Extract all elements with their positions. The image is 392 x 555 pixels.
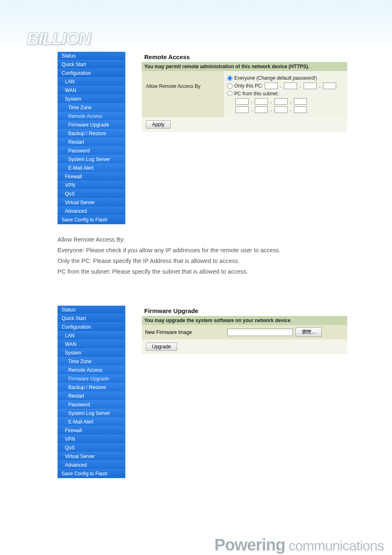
sidebar-item-firmware-upgrade[interactable]: Firmware Upgrade: [58, 121, 125, 129]
opt-everyone[interactable]: Everyone (Change default password!): [227, 75, 344, 81]
sidebar-item-restart[interactable]: Restart: [58, 138, 125, 147]
browse-button[interactable]: 瀏覽...: [295, 327, 322, 337]
page-footer-slogan: Powering communications with Security: [0, 536, 392, 555]
dot-icon: .: [299, 83, 302, 89]
footer-powering: Powering: [214, 536, 285, 554]
subnet-mask-4[interactable]: [294, 106, 307, 113]
sidebar-item-firewall[interactable]: Firewall: [58, 173, 125, 181]
desc-everyone: Everyone: Please check if you allow any …: [58, 245, 392, 256]
sidebar-item-time-zone[interactable]: Time Zone: [58, 357, 125, 366]
sidebar-item-system-log-server[interactable]: System Log Server: [58, 409, 125, 418]
subnet-ip-row: . . .: [235, 98, 344, 105]
sidebar-item-system[interactable]: System: [58, 95, 125, 104]
allow-access-row: Allow Remote Access By Everyone (Change …: [142, 71, 347, 117]
sidebar-item-save-config[interactable]: Save Config to Flash: [58, 216, 125, 224]
brand-logo: BILLION: [27, 29, 392, 48]
opt-subnet[interactable]: PC from this subnet:: [227, 91, 344, 97]
sidebar-nav: Status Quick Start Configuration LAN WAN…: [58, 52, 125, 224]
sidebar-item-backup-restore[interactable]: Backup / Restore: [58, 129, 125, 138]
subnet-ip-3[interactable]: [274, 98, 288, 105]
sidebar-item-save-config[interactable]: Save Config to Flash: [58, 470, 125, 478]
firmware-row-label: New Firmware Image: [145, 329, 227, 335]
subnet-ip-1[interactable]: [235, 98, 249, 105]
dot-icon: .: [270, 99, 272, 104]
sidebar-item-system-log-server[interactable]: System Log Server: [58, 155, 125, 164]
dot-icon: .: [250, 107, 253, 113]
sidebar-item-lan[interactable]: LAN: [58, 78, 125, 86]
sidebar-item-status[interactable]: Status: [58, 306, 125, 314]
sidebar-item-vpn[interactable]: VPN: [58, 181, 125, 190]
subnet-mask-3[interactable]: [274, 106, 288, 113]
opt-only-pc-label: Only this PC:: [234, 83, 263, 89]
sidebar-item-virtual-server[interactable]: Virtual Server: [58, 452, 125, 461]
firmware-upgrade-panel: Firmware Upgrade You may upgrade the sys…: [142, 306, 347, 354]
panel-title: Firmware Upgrade: [142, 306, 347, 316]
sidebar-item-remote-access[interactable]: Remote Access: [58, 366, 125, 375]
description-block: Allow Remote Access By: Everyone: Please…: [58, 234, 392, 277]
panel-subtitle: You may permit remote administration of …: [142, 62, 347, 71]
sidebar-item-wan[interactable]: WAN: [58, 340, 125, 349]
sidebar-item-virtual-server[interactable]: Virtual Server: [58, 198, 125, 207]
desc-subnet: PC from the subnet: Please specify the s…: [58, 266, 392, 277]
sidebar-item-system[interactable]: System: [58, 349, 125, 357]
subnet-mask-2[interactable]: [255, 106, 268, 113]
sidebar-item-advanced[interactable]: Advanced: [58, 461, 125, 470]
sidebar-item-lan[interactable]: LAN: [58, 332, 125, 340]
sidebar-item-status[interactable]: Status: [58, 52, 125, 60]
dot-icon: .: [279, 83, 282, 89]
sidebar-item-firmware-upgrade[interactable]: Firmware Upgrade: [58, 375, 125, 383]
dot-icon: .: [250, 99, 253, 104]
subnet-mask-1[interactable]: [235, 106, 249, 113]
radio-subnet[interactable]: [227, 91, 233, 96]
screenshot-firmware-upgrade: Status Quick Start Configuration LAN WAN…: [58, 306, 392, 478]
sidebar-item-qos[interactable]: QoS: [58, 444, 125, 452]
sidebar-item-email-alert[interactable]: E-Mail Alert: [58, 164, 125, 173]
sidebar-item-remote-access[interactable]: Remote Access: [58, 112, 125, 121]
desc-only-pc: Only the PC: Please specify the IP Addre…: [58, 256, 392, 266]
footer-communications: communications: [288, 538, 384, 553]
radio-everyone[interactable]: [227, 76, 233, 81]
subnet-ip-2[interactable]: [255, 98, 268, 105]
sidebar-item-password[interactable]: Password: [58, 147, 125, 155]
upgrade-row: Upgrade: [142, 339, 347, 354]
dot-icon: .: [289, 99, 292, 104]
screenshot-remote-access: Status Quick Start Configuration LAN WAN…: [58, 52, 392, 224]
sidebar-item-configuration[interactable]: Configuration: [58, 323, 125, 332]
panel-subtitle: You may upgrade the system software on y…: [142, 316, 347, 325]
apply-button[interactable]: Apply: [146, 120, 171, 129]
sidebar-item-qos[interactable]: QoS: [58, 190, 125, 198]
row-label: Allow Remote Access By: [142, 71, 224, 101]
only-pc-ip-3[interactable]: [304, 83, 317, 89]
apply-row: Apply: [142, 117, 347, 132]
only-pc-ip-4[interactable]: [323, 83, 336, 89]
subnet-ip-4[interactable]: [294, 98, 307, 105]
firmware-path-input[interactable]: [227, 329, 293, 336]
access-options: Everyone (Change default password!) Only…: [224, 71, 347, 117]
opt-only-pc[interactable]: Only this PC: . . .: [227, 83, 344, 89]
sidebar-item-email-alert[interactable]: E-Mail Alert: [58, 418, 125, 426]
upgrade-button[interactable]: Upgrade: [146, 343, 177, 351]
sidebar-item-firewall[interactable]: Firewall: [58, 426, 125, 435]
sidebar-item-quick-start[interactable]: Quick Start: [58, 314, 125, 323]
sidebar-item-backup-restore[interactable]: Backup / Restore: [58, 383, 125, 392]
radio-only-pc[interactable]: [227, 83, 233, 89]
opt-everyone-label: Everyone (Change default password!): [234, 75, 317, 81]
panel-title: Remote Access: [142, 52, 347, 62]
sidebar-item-quick-start[interactable]: Quick Start: [58, 60, 125, 69]
sidebar-item-password[interactable]: Password: [58, 401, 125, 409]
sidebar-item-wan[interactable]: WAN: [58, 86, 125, 95]
dot-icon: .: [318, 83, 321, 89]
firmware-image-row: New Firmware Image 瀏覽...: [142, 325, 347, 339]
only-pc-ip-2[interactable]: [284, 83, 297, 89]
opt-subnet-label: PC from this subnet:: [234, 91, 279, 97]
dot-icon: .: [289, 107, 292, 113]
sidebar-item-advanced[interactable]: Advanced: [58, 207, 125, 216]
remote-access-panel: Remote Access You may permit remote admi…: [142, 52, 347, 132]
sidebar-item-time-zone[interactable]: Time Zone: [58, 104, 125, 112]
sidebar-nav-2: Status Quick Start Configuration LAN WAN…: [58, 306, 125, 478]
sidebar-item-configuration[interactable]: Configuration: [58, 69, 125, 78]
sidebar-item-vpn[interactable]: VPN: [58, 435, 125, 444]
dot-icon: .: [270, 107, 272, 113]
only-pc-ip-1[interactable]: [265, 83, 278, 89]
sidebar-item-restart[interactable]: Restart: [58, 392, 125, 401]
